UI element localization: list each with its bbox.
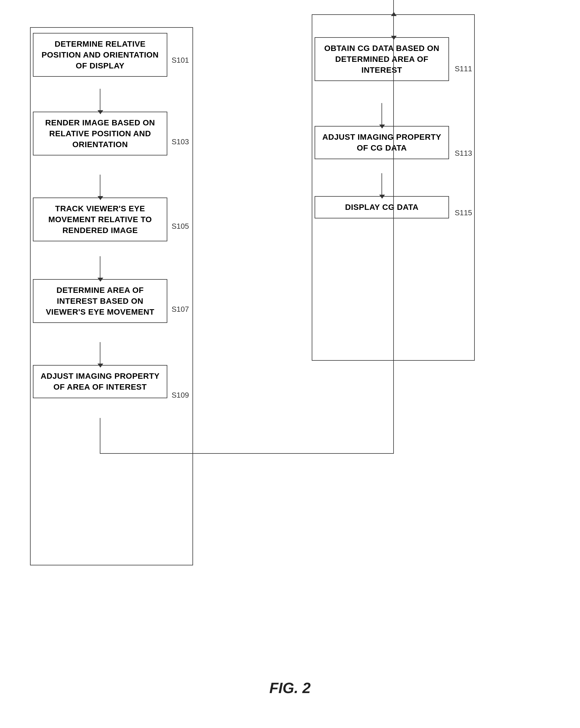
step-s111-box: OBTAIN CG DATA BASED ON DETERMINED AREA … — [314, 37, 449, 81]
step-s101-label: S101 — [172, 56, 189, 65]
step-s103-box: RENDER IMAGE BASED ON RELATIVE POSITION … — [33, 112, 167, 155]
step-s111-text: OBTAIN CG DATA BASED ON DETERMINED AREA … — [324, 44, 439, 74]
step-s109-text: ADJUST IMAGING PROPERTY OF AREA OF INTER… — [40, 371, 160, 391]
step-s109-box: ADJUST IMAGING PROPERTY OF AREA OF INTER… — [33, 365, 167, 398]
step-s107-box: DETERMINE AREA OF INTEREST BASED ON VIEW… — [33, 279, 167, 323]
step-s113-label: S113 — [455, 149, 472, 158]
step-s103-text: RENDER IMAGE BASED ON RELATIVE POSITION … — [45, 118, 155, 149]
step-s115-text: DISPLAY CG DATA — [345, 203, 419, 212]
step-s101-box: DETERMINE RELATIVE POSITION AND ORIENTAT… — [33, 33, 167, 77]
step-s103-label: S103 — [172, 137, 189, 146]
step-s109-label: S109 — [172, 391, 189, 400]
step-s115-box: DISPLAY CG DATA — [314, 196, 449, 218]
step-s101-text: DETERMINE RELATIVE POSITION AND ORIENTAT… — [42, 40, 159, 70]
figure-label: FIG. 2 — [269, 679, 311, 697]
step-s107-label: S107 — [172, 305, 189, 314]
step-s115-label: S115 — [455, 208, 472, 217]
step-s107-text: DETERMINE AREA OF INTEREST BASED ON VIEW… — [46, 286, 155, 316]
step-s105-box: TRACK VIEWER'S EYE MOVEMENT RELATIVE TO … — [33, 198, 167, 241]
step-s113-box: ADJUST IMAGING PROPERTY OF CG DATA — [314, 126, 449, 159]
step-s105-text: TRACK VIEWER'S EYE MOVEMENT RELATIVE TO … — [48, 204, 152, 235]
step-s113-text: ADJUST IMAGING PROPERTY OF CG DATA — [322, 133, 441, 152]
step-s105-label: S105 — [172, 222, 189, 231]
step-s111-label: S111 — [455, 64, 472, 73]
